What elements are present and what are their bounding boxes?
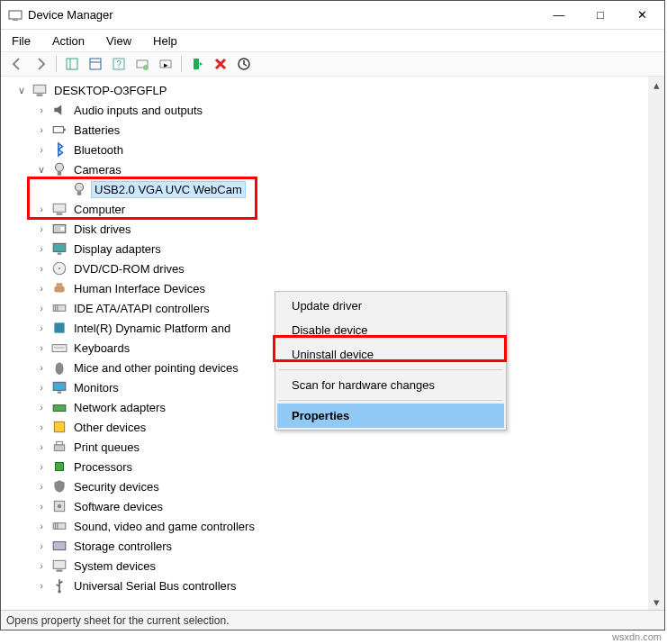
svg-rect-39 [53,382,66,390]
disable-button[interactable] [233,54,255,74]
category-label: Storage controllers [71,539,175,554]
chevron-right-icon[interactable]: › [35,282,48,295]
tree-device[interactable]: ·USB2.0 VGA UVC WebCam [15,179,648,199]
svg-point-25 [60,227,65,231]
chevron-right-icon[interactable]: › [35,203,48,215]
svg-rect-21 [77,191,82,195]
back-button[interactable] [6,54,28,74]
tree-category[interactable]: ›Computer [15,199,648,219]
svg-rect-40 [58,392,62,394]
tree-category[interactable]: ›Processors [15,457,648,476]
svg-rect-0 [9,11,22,19]
chevron-right-icon[interactable]: › [35,381,48,394]
menu-file[interactable]: File [8,32,34,50]
uninstall-button[interactable] [210,54,231,74]
tree-category[interactable]: ›Batteries [15,120,648,140]
device-manager-window: Device Manager — □ ✕ File Action View He… [0,0,665,630]
tree-category[interactable]: ›Software devices [15,496,648,516]
menu-help[interactable]: Help [149,32,181,50]
tree-category[interactable]: ›Universal Serial Bus controllers [15,576,648,595]
help-button[interactable]: ? [108,54,130,74]
scroll-track[interactable] [648,93,664,594]
chevron-right-icon[interactable]: › [35,341,48,354]
close-button[interactable]: ✕ [621,2,662,29]
tree-category[interactable]: ∨Cameras [15,159,648,179]
tree-category[interactable]: ›Audio inputs and outputs [15,100,648,120]
category-icon [51,221,68,237]
svg-rect-41 [53,405,66,412]
chevron-right-icon[interactable]: › [35,579,48,592]
tree-category[interactable]: ›Storage controllers [15,536,648,556]
tree-category[interactable]: ›System devices [15,556,648,576]
chevron-right-icon[interactable]: › [35,143,48,156]
chevron-right-icon[interactable]: › [35,401,48,413]
chevron-right-icon[interactable]: › [35,104,48,116]
svg-rect-4 [90,59,101,69]
tree-root[interactable]: ∨ DESKTOP-O3FGFLP [15,80,648,100]
chevron-right-icon[interactable]: › [35,440,48,453]
chevron-right-icon[interactable]: › [35,559,48,572]
svg-rect-30 [54,286,64,293]
menu-action[interactable]: Action [49,32,88,50]
status-text: Opens property sheet for the current sel… [6,614,229,627]
chevron-right-icon[interactable]: › [35,262,48,275]
category-label: DVD/CD-ROM drives [71,261,187,277]
scroll-up-icon[interactable]: ▴ [648,77,664,93]
svg-rect-52 [53,560,66,568]
chevron-right-icon[interactable]: › [35,500,48,512]
tree-category[interactable]: ›Bluetooth [15,140,648,159]
chevron-right-icon[interactable]: › [35,222,48,235]
category-label: Print queues [71,440,142,455]
chevron-right-icon[interactable]: › [35,421,48,433]
ctx-uninstall-device[interactable]: Uninstall device [277,342,504,367]
minimize-button[interactable]: — [538,2,580,29]
category-icon [51,240,68,257]
update-driver-button[interactable] [186,54,208,74]
scroll-down-icon[interactable]: ▾ [648,594,664,610]
chevron-right-icon[interactable]: › [35,520,48,532]
svg-text:?: ? [116,59,122,69]
menubar: File Action View Help [1,30,664,51]
titlebar[interactable]: Device Manager — □ ✕ [1,1,664,30]
computer-icon [32,82,48,98]
add-legacy-button[interactable]: ▸ [155,54,176,74]
ctx-properties[interactable]: Properties [277,404,504,428]
maximize-button[interactable]: □ [580,2,621,29]
category-label: Processors [71,459,135,475]
tree-category[interactable]: ›Security devices [15,476,648,496]
svg-rect-43 [54,445,64,451]
chevron-right-icon[interactable]: › [35,460,48,473]
properties-button[interactable] [85,54,106,74]
menu-view[interactable]: View [103,32,135,50]
scan-hardware-button[interactable] [131,54,153,74]
tree-category[interactable]: ›Display adapters [15,239,648,259]
tree-category[interactable]: ›Sound, video and game controllers [15,516,648,536]
category-label: Monitors [71,380,122,395]
chevron-right-icon[interactable]: › [35,361,48,374]
chevron-right-icon[interactable]: › [35,123,48,136]
tree-category[interactable]: ›Disk drives [15,219,648,239]
category-icon [51,280,68,296]
category-label: Bluetooth [71,142,126,158]
chevron-down-icon[interactable]: ∨ [35,163,48,176]
vertical-scrollbar[interactable]: ▴ ▾ [648,77,664,610]
chevron-right-icon[interactable]: › [35,242,48,255]
ctx-disable-device[interactable]: Disable device [277,318,504,342]
chevron-right-icon[interactable]: › [35,540,48,552]
ctx-scan-hardware[interactable]: Scan for hardware changes [277,373,504,397]
category-label: Software devices [71,499,166,514]
category-icon [51,558,68,574]
chevron-right-icon[interactable]: › [35,302,48,314]
chevron-down-icon[interactable]: ∨ [15,84,28,96]
app-icon [8,8,23,23]
category-label: Mice and other pointing devices [71,360,241,376]
chevron-right-icon[interactable]: › [35,480,48,493]
tree-category[interactable]: ›Print queues [15,437,648,457]
tree-category[interactable]: ›DVD/CD-ROM drives [15,259,648,278]
chevron-right-icon[interactable]: › [35,322,48,334]
show-hide-tree-button[interactable] [61,54,83,74]
forward-button[interactable] [30,54,51,74]
ctx-update-driver[interactable]: Update driver [277,294,504,318]
category-label: Display adapters [71,241,164,257]
category-label: Sound, video and game controllers [71,519,257,534]
